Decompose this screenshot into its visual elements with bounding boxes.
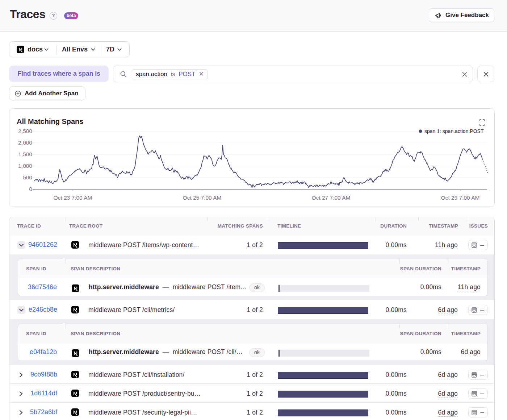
svg-text:1,000: 1,000 xyxy=(18,163,32,169)
svg-text:Oct 25 7:00 AM: Oct 25 7:00 AM xyxy=(183,195,222,201)
svg-text:2,000: 2,000 xyxy=(18,140,32,146)
svg-text:Oct 27 7:00 AM: Oct 27 7:00 AM xyxy=(312,195,351,201)
svg-text:0: 0 xyxy=(29,186,32,192)
svg-text:span 1: span.action:POST: span 1: span.action:POST xyxy=(424,128,484,134)
svg-text:Oct 29 7:00 AM: Oct 29 7:00 AM xyxy=(441,195,480,201)
svg-text:1,500: 1,500 xyxy=(18,151,32,157)
svg-text:Oct 23 7:00 AM: Oct 23 7:00 AM xyxy=(54,195,92,201)
svg-text:500: 500 xyxy=(23,174,32,180)
svg-text:2,500: 2,500 xyxy=(18,128,32,134)
